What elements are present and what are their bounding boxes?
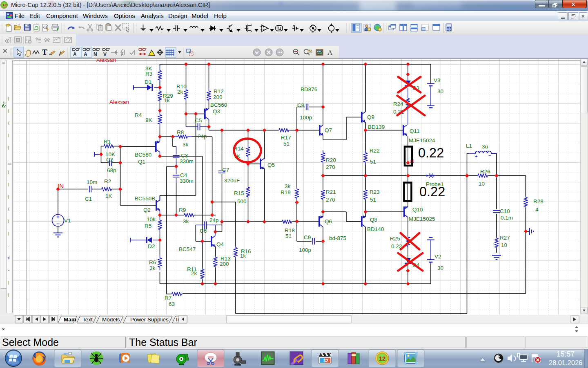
svg-text:N: N	[94, 52, 97, 57]
svg-text:MJE15025: MJE15025	[409, 216, 435, 222]
svg-text:10: 10	[501, 242, 507, 248]
svg-text:|: |	[8, 96, 9, 101]
svg-text:C7: C7	[222, 167, 229, 173]
svg-text:100: 100	[307, 50, 312, 53]
svg-text:2k: 2k	[177, 89, 183, 95]
svg-text:C1: C1	[85, 196, 92, 202]
svg-text:0.22: 0.22	[418, 146, 444, 160]
svg-text:Main: Main	[64, 316, 76, 323]
svg-text:BD140: BD140	[367, 226, 384, 232]
svg-text:|: |	[8, 280, 9, 285]
svg-text:32: 32	[323, 358, 328, 363]
svg-text:3k: 3k	[183, 141, 189, 148]
svg-text:R23: R23	[370, 189, 380, 195]
svg-text:0.1m: 0.1m	[501, 215, 513, 221]
svg-text:1K: 1K	[105, 193, 112, 199]
svg-text:30: 30	[437, 265, 443, 271]
svg-text:Models: Models	[102, 316, 120, 323]
svg-text:R19: R19	[281, 189, 291, 195]
svg-text:270: 270	[326, 164, 335, 170]
svg-text:V1: V1	[64, 218, 71, 224]
svg-text:15:57: 15:57	[557, 350, 575, 358]
svg-text:Q1: Q1	[138, 159, 145, 165]
svg-text:C8: C8	[297, 102, 304, 108]
svg-text:|: |	[8, 170, 9, 174]
svg-text:A: A	[73, 52, 77, 57]
svg-text:R4: R4	[135, 112, 142, 118]
svg-text:Text: Text	[82, 316, 93, 323]
svg-text:51: 51	[370, 159, 376, 165]
svg-text:(: (	[8, 121, 9, 125]
svg-text:Q10: Q10	[412, 206, 423, 213]
svg-text:24p: 24p	[198, 133, 207, 139]
svg-text:BC547: BC547	[179, 246, 196, 252]
svg-text:R5: R5	[145, 223, 151, 229]
svg-text:BC550B: BC550B	[135, 195, 155, 202]
svg-text:.: .	[8, 158, 9, 162]
svg-text:A: A	[327, 49, 333, 56]
svg-text:|: |	[8, 146, 9, 150]
svg-text:(: (	[8, 207, 9, 211]
svg-text:R1: R1	[104, 139, 111, 145]
svg-text:V: V	[103, 52, 107, 57]
svg-text:4: 4	[535, 206, 539, 213]
svg-text:R12: R12	[214, 88, 224, 94]
svg-text:Q5: Q5	[267, 162, 275, 168]
svg-text:L1: L1	[466, 143, 472, 149]
svg-text:R18: R18	[285, 227, 295, 233]
svg-text:9K: 9K	[145, 117, 152, 123]
svg-text:Q11: Q11	[410, 128, 420, 134]
svg-text:200: 200	[213, 94, 223, 100]
svg-text:C5: C5	[195, 117, 202, 123]
svg-text:2k: 2k	[191, 270, 197, 276]
svg-text:-: -	[8, 268, 9, 272]
svg-text:Q2: Q2	[143, 207, 151, 213]
svg-text:C9: C9	[304, 234, 311, 240]
svg-text:BC560: BC560	[135, 152, 151, 158]
svg-text:MJE15024: MJE15024	[409, 137, 435, 144]
svg-text:Power Supplies: Power Supplies	[130, 316, 169, 323]
svg-text:270: 270	[326, 197, 335, 203]
svg-text:R6: R6	[149, 259, 156, 265]
svg-text:Alexsan: Alexsan	[109, 99, 129, 105]
svg-text:Q8: Q8	[370, 217, 377, 223]
svg-text:1k: 1k	[240, 253, 246, 259]
svg-text:D1: D1	[145, 79, 151, 85]
svg-text:|: |	[8, 231, 9, 236]
svg-text:|: |	[8, 219, 9, 223]
svg-text:|: |	[8, 182, 9, 186]
svg-text:28.01.2026: 28.01.2026	[549, 359, 583, 366]
svg-text:|: |	[8, 195, 9, 199]
svg-text:51: 51	[283, 141, 290, 147]
svg-text:C2: C2	[106, 157, 113, 163]
svg-text:ut: ut	[410, 158, 414, 164]
svg-text:10: 10	[479, 181, 485, 187]
svg-text:C3: C3	[181, 153, 188, 159]
svg-text:330m: 330m	[180, 178, 194, 184]
svg-text:R21: R21	[326, 189, 336, 195]
svg-text:bd-875: bd-875	[329, 235, 346, 241]
svg-text:R9: R9	[179, 207, 186, 213]
svg-text:Alexsan: Alexsan	[96, 59, 116, 63]
svg-text:R26: R26	[480, 168, 490, 175]
svg-text:R17: R17	[281, 135, 291, 141]
svg-text:.: .	[8, 244, 9, 248]
svg-text:BC560: BC560	[210, 102, 227, 108]
svg-text:63: 63	[169, 301, 175, 307]
svg-text:ti: ti	[8, 256, 10, 260]
svg-text:3k: 3k	[285, 183, 291, 189]
svg-text:3u: 3u	[482, 144, 488, 150]
svg-text:3k: 3k	[183, 218, 189, 224]
svg-text:V3: V3	[434, 77, 441, 83]
svg-text:D2: D2	[148, 243, 155, 249]
svg-text:Q3: Q3	[213, 108, 220, 114]
svg-text:51: 51	[370, 197, 376, 203]
svg-text:R15: R15	[234, 190, 244, 196]
svg-text:R8: R8	[177, 129, 184, 135]
svg-text:500: 500	[237, 198, 247, 204]
svg-text:Q7: Q7	[325, 127, 332, 133]
svg-text:12: 12	[379, 355, 386, 362]
svg-text:Q9: Q9	[367, 114, 374, 120]
svg-text:R25: R25	[390, 236, 400, 242]
svg-text:3k: 3k	[149, 265, 156, 271]
